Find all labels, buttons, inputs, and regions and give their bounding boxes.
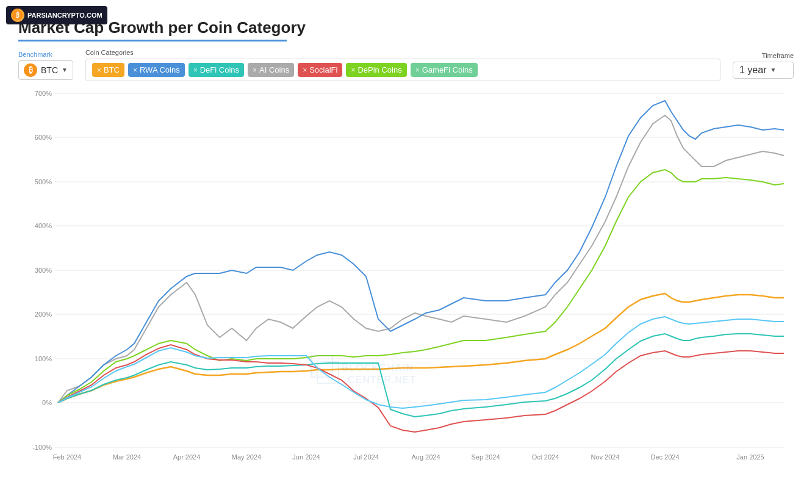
svg-text:400%: 400%: [35, 222, 52, 229]
svg-text:Jun 2024: Jun 2024: [292, 453, 320, 461]
defi-coins-line: [58, 101, 784, 403]
tag-remove-depin[interactable]: ×: [351, 66, 355, 74]
timeframe-dropdown-arrow: ▼: [770, 67, 776, 73]
svg-text:0%: 0%: [42, 399, 52, 406]
tag-remove-gamefi[interactable]: ×: [415, 66, 420, 74]
btc-line: [58, 293, 784, 403]
benchmark-name: BTC: [41, 65, 58, 75]
svg-text:200%: 200%: [35, 311, 52, 318]
tag-btc[interactable]: ×BTC: [92, 63, 124, 77]
categories-label: Coin Categories: [85, 49, 720, 56]
categories-box: ×BTC×RWA Coins×DeFi Coins×AI Coins×Socia…: [85, 59, 720, 81]
svg-text:Jan 2025: Jan 2025: [736, 453, 764, 461]
timeframe-section: Timeframe 1 year ▼: [733, 52, 794, 79]
tag-remove-defi[interactable]: ×: [193, 66, 198, 74]
title-underline: [18, 40, 287, 41]
tag-label-depin: DePin Coins: [357, 65, 401, 74]
svg-text:600%: 600%: [35, 134, 52, 141]
benchmark-dropdown-arrow: ▼: [62, 67, 68, 73]
svg-text:CENTER.NET: CENTER.NET: [348, 375, 416, 385]
tag-ai[interactable]: ×AI Coins: [248, 63, 294, 77]
ai-coins-line: [58, 115, 784, 403]
svg-text:Aug 2024: Aug 2024: [411, 453, 440, 461]
timeframe-select[interactable]: 1 year ▼: [733, 62, 794, 79]
svg-text:Sep 2024: Sep 2024: [471, 453, 500, 461]
tag-label-ai: AI Coins: [259, 65, 289, 74]
svg-text:500%: 500%: [35, 178, 52, 185]
benchmark-section: Benchmark ₿ BTC ▼: [18, 51, 73, 80]
svg-text:300%: 300%: [35, 267, 52, 274]
tag-remove-rwa[interactable]: ×: [133, 66, 137, 74]
coin-categories-section: Coin Categories ×BTC×RWA Coins×DeFi Coin…: [85, 49, 720, 81]
svg-text:Oct 2024: Oct 2024: [532, 453, 559, 461]
tag-remove-socialfi[interactable]: ×: [303, 66, 307, 74]
svg-text:700%: 700%: [35, 90, 52, 97]
svg-text:-100%: -100%: [32, 444, 52, 451]
tag-gamefi[interactable]: ×GameFi Coins: [411, 63, 478, 77]
svg-text:Feb 2024: Feb 2024: [53, 453, 81, 461]
tag-socialfi[interactable]: ×SocialFi: [298, 63, 342, 77]
svg-text:Nov 2024: Nov 2024: [591, 453, 619, 461]
svg-text:Mar 2024: Mar 2024: [113, 453, 141, 461]
tag-label-defi: DeFi Coins: [200, 65, 239, 74]
logo-icon: ₿: [11, 9, 24, 22]
svg-text:BLOCKCHAIN: BLOCKCHAIN: [342, 362, 414, 373]
svg-text:₿: ₿: [16, 12, 20, 19]
benchmark-label: Benchmark: [18, 51, 73, 58]
timeframe-value: 1 year: [739, 65, 766, 76]
tag-label-socialfi: SocialFi: [309, 65, 337, 74]
svg-text:Dec 2024: Dec 2024: [650, 453, 679, 461]
tag-defi[interactable]: ×DeFi Coins: [189, 63, 244, 77]
btc-icon: ₿: [24, 63, 37, 77]
benchmark-select[interactable]: ₿ BTC ▼: [18, 60, 73, 80]
svg-text:Jul 2024: Jul 2024: [353, 453, 379, 461]
svg-text:May 2024: May 2024: [232, 453, 261, 461]
timeframe-label: Timeframe: [762, 52, 794, 59]
tag-depin[interactable]: ×DePin Coins: [346, 63, 406, 77]
chart-svg: 700% 600% 500% 400% 300% 200% 100% 0% -1…: [18, 87, 794, 466]
tag-rwa[interactable]: ×RWA Coins: [128, 63, 185, 77]
svg-text:100%: 100%: [35, 355, 52, 362]
tag-remove-btc[interactable]: ×: [97, 66, 101, 74]
chart-container: 700% 600% 500% 400% 300% 200% 100% 0% -1…: [18, 87, 794, 466]
controls-row: Benchmark ₿ BTC ▼ Coin Categories ×BTC×R…: [18, 49, 794, 81]
svg-text:Apr 2024: Apr 2024: [173, 453, 201, 461]
tag-label-rwa: RWA Coins: [140, 65, 180, 74]
tag-remove-ai[interactable]: ×: [253, 66, 257, 74]
tag-label-btc: BTC: [104, 65, 120, 74]
socialfi-line: [58, 345, 784, 432]
logo-text: PARSIANCRYPTO.COM: [27, 12, 102, 19]
chart-title: Market Cap Growth per Coin Category: [18, 18, 794, 37]
logo-badge: ₿ PARSIANCRYPTO.COM: [6, 6, 107, 24]
tag-label-gamefi: GameFi Coins: [422, 65, 473, 74]
